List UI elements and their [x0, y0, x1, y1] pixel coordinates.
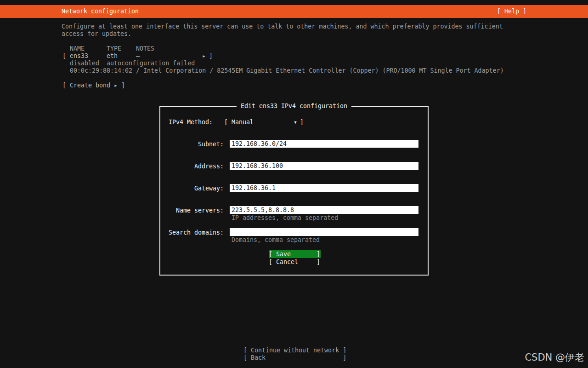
search-domains-help: Domains, comma separated — [232, 236, 320, 244]
cancel-button[interactable]: [ Cancel ] — [269, 258, 321, 266]
help-button[interactable]: [ Help ] — [497, 8, 526, 15]
row-open-bracket: [ — [62, 52, 66, 60]
search-domains-label: Search domains: — [160, 229, 224, 236]
dropdown-value: [ Manual — [224, 119, 254, 126]
installer-screen: { "header": { "title": "Network configur… — [0, 0, 588, 368]
address-label: Address: — [160, 162, 224, 170]
chevron-down-icon: ▾ — [294, 119, 297, 126]
edit-ipv4-dialog: Edit ens33 IPv4 configuration IPv4 Metho… — [159, 106, 429, 276]
dropdown-close-bracket: ] — [300, 119, 304, 126]
row-close-bracket: ] — [209, 52, 213, 60]
description-line-1: Configure at least one interface this se… — [62, 23, 503, 30]
search-domains-input[interactable] — [230, 228, 418, 236]
interface-hardware-line: 00:0c:29:88:14:02 / Intel Corporation / … — [70, 67, 504, 75]
interface-row-cells: ens33 eth – — [70, 52, 140, 60]
save-button[interactable]: [ Save ] — [269, 250, 321, 258]
create-bond-button[interactable]: [ Create bond ▸ ] — [62, 82, 125, 89]
description-line-2: access for updates. — [62, 30, 131, 38]
gateway-label: Gateway: — [160, 184, 224, 192]
chevron-right-icon: ▸ — [202, 52, 206, 60]
name-servers-help: IP addresses, comma separated — [232, 214, 338, 222]
continue-without-network-button[interactable]: [ Continue without network ] — [243, 347, 346, 354]
name-servers-input[interactable] — [230, 206, 418, 214]
name-servers-label: Name servers: — [160, 207, 224, 214]
watermark: CSDN @伊老 — [525, 351, 584, 364]
back-button[interactable]: [ Back ] — [243, 354, 346, 362]
ipv4-method-label: IPv4 Method: — [169, 119, 213, 126]
page-title: Network configuration — [62, 8, 139, 15]
interface-status-line: disabled autoconfiguration failed — [70, 60, 195, 67]
dialog-title: Edit ens33 IPv4 configuration — [237, 103, 351, 110]
subnet-label: Subnet: — [160, 140, 224, 148]
address-input[interactable] — [230, 162, 418, 170]
interface-table-header: NAME TYPE NOTES — [70, 45, 154, 52]
gateway-input[interactable] — [230, 184, 418, 192]
subnet-input[interactable] — [230, 140, 418, 148]
header-bar: Network configuration [ Help ] — [0, 5, 588, 18]
